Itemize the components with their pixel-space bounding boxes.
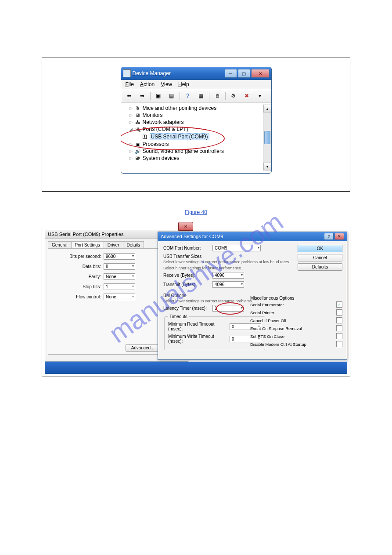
back-icon[interactable]: ⬅	[124, 91, 134, 101]
mouse-icon: 🖱	[134, 105, 141, 111]
comport-select[interactable]: COM9	[212, 245, 261, 251]
comport-label: COM Port Number:	[163, 246, 212, 250]
transmit-label: Transmit (Bytes):	[163, 282, 212, 287]
close-tab-icon[interactable]: ✕	[178, 222, 193, 231]
advanced-button[interactable]: Advanced...	[126, 344, 160, 352]
taskbar	[45, 362, 347, 374]
menu-file[interactable]: File	[126, 81, 134, 87]
scroll-up-icon[interactable]: ▴	[263, 105, 271, 112]
advanced-settings-window: Advanced Settings for COM9 ? ✕ OK Cancel…	[158, 232, 347, 360]
system-icon: 🖳	[134, 155, 141, 161]
device-manager-window: Device Manager ─ ▢ ✕ File Action View He…	[121, 67, 272, 174]
tab-details[interactable]: Details	[123, 241, 144, 248]
uninstall-icon[interactable]: ✖	[241, 91, 252, 101]
misc-section-title: Miscellaneous Options	[250, 296, 342, 301]
close-button[interactable]: ✕	[334, 233, 344, 240]
databits-select[interactable]: 8	[104, 263, 135, 270]
opt-surprise: Event On Surprise Removal	[250, 326, 302, 331]
network-icon: 🖧	[134, 119, 141, 125]
monitor-icon: 🖥	[134, 112, 141, 118]
scroll-thumb[interactable]	[264, 131, 270, 144]
cpu-icon: ▣	[134, 141, 141, 147]
chk-set-rts[interactable]	[336, 333, 342, 339]
properties-icon[interactable]: ▤	[166, 91, 177, 101]
opt-disable-modem: Disable Modem Ctrl At Startup	[250, 342, 306, 347]
opt-serial-enum: Serial Enumerator	[250, 302, 284, 307]
timeouts-section-title: Timeouts	[168, 314, 189, 319]
min-write-label: Minimum Write Timeout (msec):	[168, 334, 230, 344]
scrollbar[interactable]: ▴ ▾	[263, 105, 271, 170]
scroll-down-icon[interactable]: ▾	[263, 163, 271, 170]
receive-select[interactable]: 4096	[212, 272, 244, 279]
advanced-title: Advanced Settings for COM9	[161, 234, 223, 239]
chk-serial-printer[interactable]	[336, 309, 342, 316]
chk-disable-modem[interactable]	[336, 341, 342, 347]
tab-port-settings[interactable]: Port Settings	[71, 241, 104, 248]
latency-label: Latency Timer (msec):	[163, 306, 212, 311]
latency-select[interactable]: 1	[212, 305, 244, 312]
tab-driver[interactable]: Driver	[104, 241, 123, 248]
port-icon: 🔌	[134, 126, 141, 132]
chk-cancel-poweroff[interactable]	[336, 317, 342, 323]
serial-port-icon: ⚿	[141, 134, 148, 140]
parity-select[interactable]: None	[104, 273, 135, 280]
toolbar: ⬅ ➡ ▣ ▤ ? ▦ 🖥 ⚙ ✖ ▾	[121, 89, 271, 103]
minimize-button[interactable]: ─	[225, 69, 237, 78]
stopbits-select[interactable]: 1	[104, 283, 135, 290]
figure-device-manager: Device Manager ─ ▢ ✕ File Action View He…	[42, 58, 350, 192]
flow-label: Flow control:	[53, 294, 104, 299]
tree-item-usb-serial[interactable]: ⚿USB Serial Port (COM9)	[123, 133, 261, 141]
window-title: Device Manager	[133, 70, 225, 76]
enable-icon[interactable]: ▾	[255, 91, 265, 101]
update-driver-icon[interactable]: ⚙	[228, 91, 239, 101]
opt-serial-printer: Serial Printer	[250, 310, 274, 315]
databits-label: Data bits:	[53, 264, 104, 269]
opt-set-rts: Set RTS On Close	[250, 334, 284, 339]
cancel-button[interactable]: Cancel	[298, 254, 342, 261]
defaults-button[interactable]: Defaults	[298, 263, 342, 271]
maximize-button[interactable]: ▢	[238, 69, 250, 78]
parity-label: Parity:	[53, 274, 104, 279]
tab-general[interactable]: General	[48, 241, 72, 248]
transmit-select[interactable]: 4096	[212, 281, 244, 288]
stopbits-label: Stop bits:	[53, 284, 104, 289]
opt-cancel-poweroff: Cancel If Power Off	[250, 318, 286, 323]
scan-icon[interactable]: 🖥	[212, 91, 223, 101]
menu-help[interactable]: Help	[178, 81, 189, 87]
receive-label: Receive (Bytes):	[163, 273, 212, 278]
sound-icon: 🔊	[134, 148, 141, 154]
help-button[interactable]: ?	[324, 233, 334, 240]
flow-select[interactable]: None	[104, 294, 135, 300]
forward-icon[interactable]: ➡	[137, 91, 147, 101]
min-read-label: Minimum Read Timeout (msec):	[168, 322, 230, 331]
ok-button[interactable]: OK	[298, 245, 342, 252]
menu-action[interactable]: Action	[140, 81, 155, 87]
close-button[interactable]: ✕	[251, 69, 270, 78]
console-icon[interactable]: ▣	[153, 91, 164, 101]
chk-surprise[interactable]	[336, 325, 342, 331]
app-icon	[123, 69, 131, 77]
help-icon[interactable]: ?	[183, 91, 193, 101]
device-tree[interactable]: ▷🖱Mice and other pointing devices ▷🖥Moni…	[121, 105, 263, 170]
showhidden-icon[interactable]: ▦	[196, 91, 206, 101]
menu-view[interactable]: View	[161, 81, 172, 87]
chk-serial-enum[interactable]: ✓	[336, 301, 342, 308]
bps-select[interactable]: 9600	[104, 253, 135, 260]
figure-link[interactable]: Figure 40	[0, 209, 392, 215]
bps-label: Bits per second:	[53, 254, 104, 259]
figure-advanced-settings: ✕ USB Serial Port (COM9) Properties Gene…	[42, 227, 350, 377]
